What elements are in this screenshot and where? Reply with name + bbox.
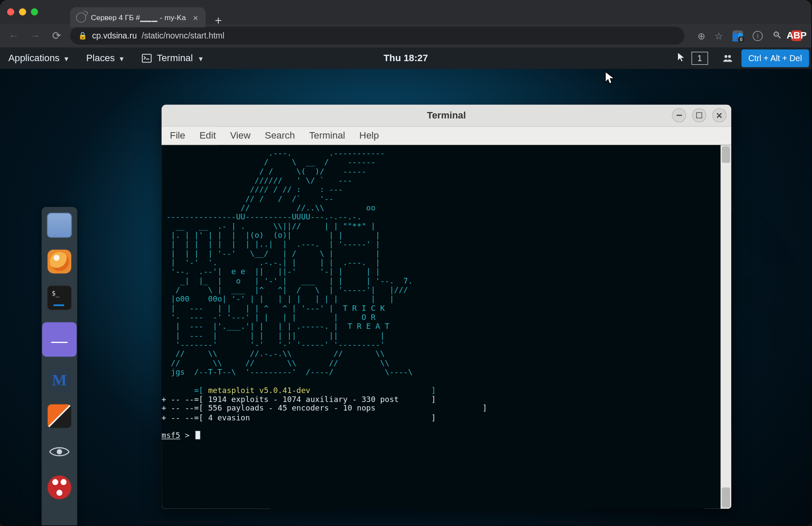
remote-cursor-icon — [605, 71, 615, 88]
scrollbar-thumb-top[interactable] — [722, 146, 730, 163]
menu-app-label: Terminal — [157, 53, 193, 64]
address-bar[interactable]: 🔒 cp.vdsina.ru/static/novnc/start.html — [70, 27, 684, 45]
workspace-indicator[interactable]: 1 — [670, 52, 714, 65]
menu-places-label: Places — [86, 53, 115, 64]
dock-texteditor-icon[interactable] — [42, 322, 77, 357]
vnc-viewport: Applications▼ Places▼ Terminal▼ Thu 18:2… — [0, 47, 812, 526]
tab-close-icon[interactable]: × — [191, 12, 198, 22]
topbar-clock[interactable]: Thu 18:27 — [383, 53, 428, 64]
banner-evasion: 4 evasion — [208, 413, 250, 422]
terminal-title: Terminal — [427, 110, 466, 121]
extension-abp-icon[interactable]: ABP — [791, 30, 802, 41]
prompt-name: msf5 — [162, 431, 180, 440]
desktop-dock: M — [41, 207, 77, 526]
chevron-down-icon: ▼ — [118, 55, 125, 62]
window-traffic-lights — [7, 8, 38, 15]
zoom-window-icon[interactable] — [31, 8, 38, 15]
minimize-window-icon[interactable] — [19, 8, 26, 15]
menu-current-app[interactable]: Terminal▼ — [133, 47, 212, 69]
extension-incognito-icon[interactable]: 👥 — [733, 30, 743, 41]
menu-help[interactable]: Help — [359, 130, 379, 141]
url-path: /static/novnc/start.html — [141, 31, 224, 40]
nav-reload-icon[interactable]: ⟳ — [49, 29, 64, 42]
menu-applications[interactable]: Applications▼ — [0, 47, 78, 69]
terminal-app-icon — [141, 53, 152, 64]
tab-title: Сервер 4 ГБ #▁▁▁ - my-Ka — [91, 13, 186, 22]
workspace-number: 1 — [691, 52, 708, 65]
dock-firefox-icon[interactable] — [47, 250, 71, 274]
ctrl-alt-del-button[interactable]: Ctrl + Alt + Del — [741, 49, 809, 67]
prompt-sep: > — [180, 431, 194, 440]
browser-titlebar: Сервер 4 ГБ #▁▁▁ - my-Ka × + — [0, 0, 812, 24]
banner-payloads: 556 payloads - 45 encoders - 10 nops — [208, 404, 376, 413]
lock-icon: 🔒 — [78, 32, 87, 40]
dock-files-icon[interactable] — [47, 213, 72, 238]
dock-burpsuite-icon[interactable] — [47, 404, 71, 428]
dock-cherrytree-icon[interactable] — [47, 476, 71, 499]
dock-terminal-icon[interactable] — [47, 285, 72, 310]
search-icon[interactable]: 🔍︎ — [772, 30, 782, 41]
scrollbar-thumb-bottom[interactable] — [722, 488, 730, 508]
terminal-scrollbar[interactable] — [721, 145, 731, 509]
menu-view[interactable]: View — [230, 130, 250, 141]
info-icon[interactable]: i — [753, 31, 763, 41]
reload-favicon-icon — [76, 12, 86, 22]
tab-strip: Сервер 4 ГБ #▁▁▁ - my-Ka × + — [70, 0, 222, 24]
dock-show-apps-icon[interactable] — [47, 511, 71, 525]
window-maximize-icon[interactable] — [692, 108, 706, 122]
dock-metasploit-icon[interactable]: M — [47, 369, 71, 393]
users-icon[interactable] — [714, 47, 741, 69]
svg-rect-0 — [142, 54, 151, 62]
chevron-down-icon: ▼ — [63, 55, 70, 62]
menu-search[interactable]: Search — [265, 130, 295, 141]
url-host: cp.vdsina.ru — [92, 31, 137, 40]
pointer-icon — [676, 52, 687, 65]
menu-terminal[interactable]: Terminal — [309, 130, 345, 141]
menu-edit[interactable]: Edit — [200, 130, 216, 141]
close-window-icon[interactable] — [7, 8, 15, 15]
window-minimize-icon[interactable] — [672, 108, 686, 122]
terminal-window: Terminal ✕ File Edit View Search Termina… — [162, 105, 731, 509]
toolbar-right-icons: ⊕ ☆ 👥 i 🔍︎ ABP — [690, 30, 806, 41]
terminal-cursor — [195, 431, 200, 439]
chevron-down-icon: ▼ — [197, 55, 204, 62]
new-tab-button[interactable]: + — [215, 14, 222, 27]
svg-point-1 — [724, 55, 727, 58]
terminal-banner: =[ metasploit v5.0.41-dev ] + -- --=[ 19… — [162, 376, 731, 440]
banner-exploits: 1914 exploits - 1074 auxiliary - 330 pos… — [208, 395, 399, 404]
terminal-body[interactable]: .---. .----------- / \ __ / ------ / / \… — [162, 145, 731, 509]
terminal-menubar: File Edit View Search Terminal Help — [162, 127, 731, 145]
browser-tab-active[interactable]: Сервер 4 ГБ #▁▁▁ - my-Ka × — [70, 7, 205, 27]
svg-point-3 — [57, 449, 62, 455]
gnome-topbar: Applications▼ Places▼ Terminal▼ Thu 18:2… — [0, 47, 812, 69]
terminal-ascii-art: .---. .----------- / \ __ / ------ / / \… — [162, 149, 731, 377]
menu-applications-label: Applications — [8, 53, 59, 64]
terminal-titlebar[interactable]: Terminal ✕ — [162, 105, 731, 127]
window-close-icon[interactable]: ✕ — [712, 108, 727, 122]
nav-back-icon[interactable]: ← — [6, 30, 21, 42]
nav-forward-icon[interactable]: → — [27, 30, 43, 42]
svg-point-2 — [728, 55, 731, 58]
bookmark-star-icon[interactable]: ☆ — [715, 30, 723, 41]
menu-places[interactable]: Places▼ — [78, 47, 133, 69]
zoom-icon[interactable]: ⊕ — [697, 30, 705, 41]
kali-desktop[interactable]: M Terminal ✕ Fi — [0, 69, 812, 526]
dock-recon-eye-icon[interactable] — [47, 440, 71, 464]
banner-name: metasploit v5.0.41-dev — [208, 385, 310, 394]
menu-file[interactable]: File — [170, 130, 185, 141]
